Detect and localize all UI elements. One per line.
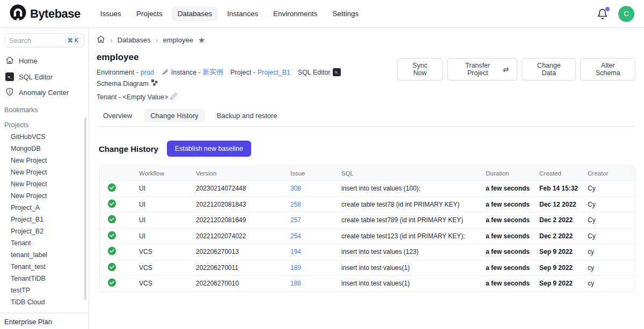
issue-link[interactable]: 308 — [290, 185, 301, 192]
transfer-project-button[interactable]: Transfer Project⇄ — [447, 58, 517, 81]
nav-link-settings[interactable]: Settings — [327, 6, 365, 21]
issue-cell: 188 — [290, 280, 341, 287]
alter-schema-button[interactable]: Alter Schema — [580, 58, 635, 81]
breadcrumb-databases[interactable]: Databases — [118, 36, 151, 44]
sql-cell: create table test123 (id int PRIMARY KEY… — [341, 232, 486, 240]
workflow-cell: VCS — [139, 248, 196, 255]
table-row: UI20221202081649257create table test789 … — [100, 212, 635, 228]
project-item[interactable]: TenantTiDB — [0, 273, 89, 284]
workflow-cell: UI — [139, 201, 196, 208]
success-check-icon — [107, 262, 116, 273]
project-item[interactable]: Tenant — [0, 237, 89, 249]
establish-baseline-button[interactable]: Establish new baseline — [167, 141, 251, 157]
project-item[interactable]: MongoDB — [0, 143, 89, 155]
edit-pencil-icon[interactable] — [170, 93, 177, 101]
schema-diagram-label: Schema Diagram — [97, 80, 149, 87]
home-icon — [5, 56, 14, 66]
created-cell: Dec 2 2022 — [539, 232, 588, 240]
bookmark-star-icon[interactable]: ★ — [198, 35, 205, 45]
issue-link[interactable]: 254 — [290, 232, 301, 240]
tab-change-history[interactable]: Change History — [144, 109, 205, 122]
project-link[interactable]: Project_B1 — [258, 69, 290, 76]
tab-backup-and-restore[interactable]: Backup and restore — [210, 109, 284, 122]
notifications-bell-icon[interactable] — [597, 8, 609, 20]
success-check-icon — [107, 231, 116, 242]
column-header-Workflow: Workflow — [139, 170, 196, 177]
sidebar-item-home[interactable]: Home — [0, 53, 89, 69]
schema-diagram-shortcut[interactable]: Schema Diagram — [97, 79, 158, 88]
home-icon[interactable] — [97, 35, 105, 45]
success-check-icon — [107, 278, 116, 289]
creator-cell: Cy — [588, 216, 635, 224]
change-history-heading: Change History — [99, 144, 158, 153]
project-item[interactable]: New Project — [0, 155, 89, 166]
nav-link-projects[interactable]: Projects — [130, 6, 169, 21]
status-cell — [100, 183, 139, 194]
sql-cell: insert into test values (100); — [341, 185, 486, 192]
breadcrumb-separator: › — [156, 36, 158, 45]
nav-link-instances[interactable]: Instances — [221, 6, 264, 21]
environment-meta: Environment - prod — [97, 69, 154, 76]
search-input[interactable]: Search ⌘ K — [4, 33, 84, 47]
sql-editor-shortcut[interactable]: SQL Editor >_ — [298, 68, 341, 76]
project-item[interactable]: New Project — [0, 190, 89, 202]
database-meta-row: Environment - prod Instance - 新实例 P — [97, 68, 397, 88]
project-item[interactable]: New Project — [0, 178, 89, 190]
sql-cell: insert into test values(1) — [341, 280, 486, 287]
sql-cell: create table test789 (id int PRIMARY KEY… — [341, 216, 486, 224]
environment-link[interactable]: prod — [141, 69, 154, 76]
issue-link[interactable]: 257 — [290, 216, 301, 224]
project-item[interactable]: testTP — [0, 284, 89, 296]
project-item[interactable]: New Project — [0, 166, 89, 178]
table-row: UI20221202074022254create table test123 … — [100, 228, 635, 244]
project-item[interactable]: tenant_label — [0, 249, 89, 261]
success-check-icon — [107, 246, 116, 257]
project-item[interactable]: Tenant_test — [0, 261, 89, 273]
sidebar-scrollbar[interactable] — [84, 118, 86, 301]
table-row: UI20230214072448308insert into test valu… — [100, 180, 635, 196]
version-cell: 20221202081843 — [196, 201, 290, 208]
bookmarks-section-label: Bookmarks — [0, 101, 89, 116]
instance-engine-icon — [162, 68, 169, 77]
duration-cell: a few seconds — [486, 216, 539, 224]
nav-link-environments[interactable]: Environments — [267, 6, 324, 21]
project-item[interactable]: Project_A — [0, 202, 89, 214]
sql-cell: insert into test values (123) — [341, 248, 486, 255]
bytebase-logo-icon — [10, 4, 26, 23]
table-row: UI20221202081843258create table test78 (… — [100, 196, 635, 213]
project-item[interactable]: GitHubVCS — [0, 131, 89, 143]
tab-overview[interactable]: Overview — [97, 109, 138, 122]
issue-link[interactable]: 258 — [290, 201, 301, 208]
project-meta: Project - Project_B1 — [230, 69, 290, 76]
user-avatar[interactable]: C — [618, 6, 634, 22]
sidebar-item-sql-editor[interactable]: >_SQL Editor — [0, 69, 89, 84]
duration-cell: a few seconds — [486, 185, 539, 192]
page-title: employee — [97, 52, 397, 63]
menu-item-label: Home — [19, 57, 38, 65]
nav-link-issues[interactable]: Issues — [94, 6, 127, 21]
project-item[interactable]: TiDB Cloud — [0, 296, 89, 308]
project-item[interactable]: Project_B2 — [0, 225, 89, 237]
sync-now-button[interactable]: Sync Now — [397, 58, 443, 81]
breadcrumb: › Databases › employee ★ — [97, 35, 635, 45]
bytebase-logo[interactable]: Bytebase — [10, 4, 80, 23]
instance-link[interactable]: 新实例 — [203, 68, 223, 77]
column-header-SQL: SQL — [341, 170, 486, 177]
project-item[interactable]: Project_B1 — [0, 214, 89, 225]
sql-editor-label: SQL Editor — [298, 69, 331, 76]
status-cell — [100, 215, 139, 225]
sql-cell: insert into test values(1) — [341, 264, 486, 272]
change-data-button[interactable]: Change Data — [522, 58, 576, 81]
created-cell: Sep 9 2022 — [539, 264, 588, 272]
issue-link[interactable]: 194 — [290, 248, 301, 255]
projects-section-label: Projects — [0, 116, 89, 131]
issue-link[interactable]: 188 — [290, 280, 301, 287]
issue-link[interactable]: 189 — [290, 264, 301, 272]
sql-cell: create table test78 (id int PRIMARY KEY) — [341, 201, 486, 208]
status-cell — [100, 278, 139, 289]
column-header-Version: Version — [196, 170, 290, 177]
breadcrumb-employee[interactable]: employee — [163, 36, 193, 44]
duration-cell: a few seconds — [486, 248, 539, 255]
sidebar-item-anomaly-center[interactable]: Anomaly Center — [0, 84, 89, 101]
nav-link-databases[interactable]: Databases — [172, 6, 218, 21]
